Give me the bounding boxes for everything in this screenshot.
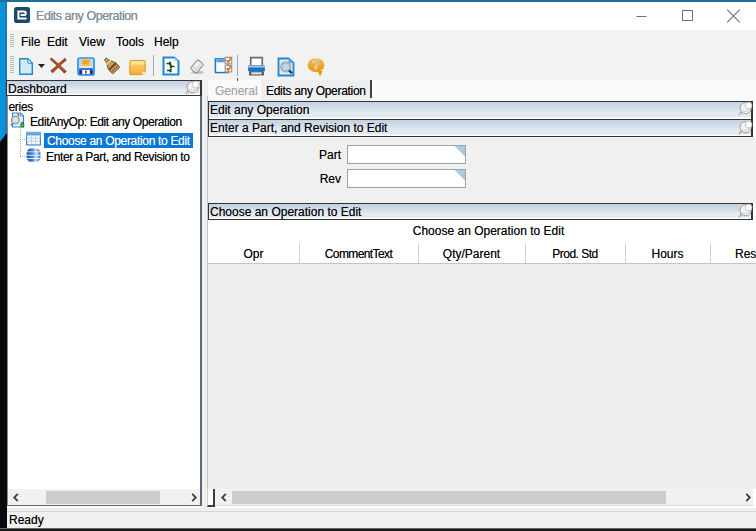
- svg-text:?: ?: [312, 58, 320, 72]
